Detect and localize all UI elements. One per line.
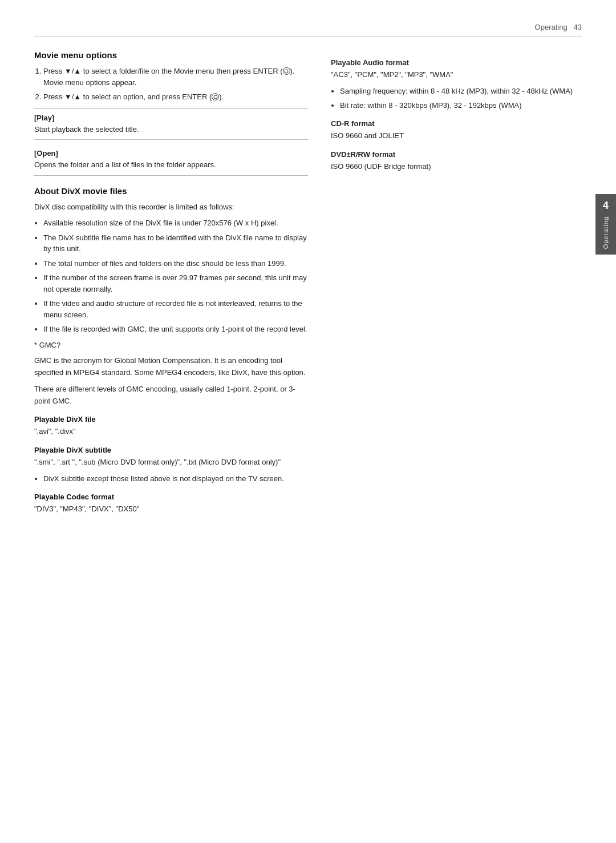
playable-divx-subtitle-label: Playable DivX subtitle bbox=[34, 446, 308, 454]
list-item: The total number of files and folders on… bbox=[43, 258, 308, 269]
list-item: Press ▼/▲ to select a folder/file on the… bbox=[43, 66, 308, 88]
dvd-value: ISO 9660 (UDF Bridge format) bbox=[331, 161, 582, 173]
playable-audio-value: "AC3", "PCM", "MP2", "MP3", "WMA" bbox=[331, 69, 582, 81]
playable-codec-value: "DIV3", "MP43", "DIVX", "DX50" bbox=[34, 503, 308, 515]
audio-bullets: Sampling frequency: within 8 - 48 kHz (M… bbox=[340, 86, 582, 111]
side-tab-label: Operating bbox=[602, 216, 609, 249]
dvd-label: DVD±R/RW format bbox=[331, 150, 582, 159]
divx-section: About DivX movie files DivX disc compati… bbox=[34, 186, 308, 515]
gmc-desc1: GMC is the acronym for Global Motion Com… bbox=[34, 355, 308, 379]
divx-bullets: Available resolution size of the DivX fi… bbox=[43, 217, 308, 335]
step-1-text: Press ▼/▲ to select a folder/file on the… bbox=[43, 67, 294, 87]
play-section: [Play] Start playback the selected title… bbox=[34, 108, 308, 140]
playable-divx-file-value: ".avi", ".divx" bbox=[34, 426, 308, 438]
list-item: Press ▼/▲ to select an option, and press… bbox=[43, 91, 308, 103]
page-header: Operating 43 bbox=[34, 23, 582, 37]
main-content: Movie menu options Press ▼/▲ to select a… bbox=[34, 50, 582, 519]
divx-intro: DivX disc compatibility with this record… bbox=[34, 201, 308, 213]
list-item: Available resolution size of the DivX fi… bbox=[43, 217, 308, 229]
header-operating-label: Operating bbox=[535, 23, 568, 31]
enter-icon-2 bbox=[212, 93, 219, 100]
play-desc: Start playback the selected title. bbox=[34, 124, 308, 135]
list-item: If the number of the screen frame is ove… bbox=[43, 272, 308, 295]
play-label: [Play] bbox=[34, 114, 308, 122]
divx-title: About DivX movie files bbox=[34, 186, 308, 196]
movie-menu-steps: Press ▼/▲ to select a folder/file on the… bbox=[43, 66, 308, 103]
list-item: Sampling frequency: within 8 - 48 kHz (M… bbox=[340, 86, 582, 97]
right-column: Playable Audio format "AC3", "PCM", "MP2… bbox=[331, 50, 582, 519]
open-section: [Open] Opens the folder and a list of fi… bbox=[34, 144, 308, 176]
playable-divx-subtitle-value: ".smi", ".srt ", ".sub (Micro DVD format… bbox=[34, 457, 308, 469]
open-label: [Open] bbox=[34, 149, 308, 158]
open-desc: Opens the folder and a list of files in … bbox=[34, 159, 308, 171]
cd-r-label: CD-R format bbox=[331, 119, 582, 128]
gmc-note: * GMC? bbox=[34, 340, 308, 351]
step-2-text: Press ▼/▲ to select an option, and press… bbox=[43, 92, 224, 101]
list-item: If the file is recorded with GMC, the un… bbox=[43, 324, 308, 335]
list-item: The DivX subtitle file name has to be id… bbox=[43, 232, 308, 255]
gmc-desc2: There are different levels of GMC encodi… bbox=[34, 384, 308, 408]
left-column: Movie menu options Press ▼/▲ to select a… bbox=[34, 50, 308, 519]
divx-subtitle-bullet: DivX subtitle except those listed above … bbox=[43, 473, 308, 485]
page-header-text: Operating 43 bbox=[535, 23, 582, 31]
cd-r-value: ISO 9660 and JOLIET bbox=[331, 130, 582, 142]
enter-icon-1 bbox=[283, 67, 290, 75]
side-tab: 4 Operating bbox=[595, 194, 616, 255]
playable-divx-file-label: Playable DivX file bbox=[34, 415, 308, 423]
list-item: Bit rate: within 8 - 320kbps (MP3), 32 -… bbox=[340, 100, 582, 111]
playable-audio-label: Playable Audio format bbox=[331, 58, 582, 67]
movie-menu-title: Movie menu options bbox=[34, 50, 308, 60]
list-item: If the video and audio structure of reco… bbox=[43, 298, 308, 320]
side-tab-number: 4 bbox=[603, 200, 609, 212]
page-container: Operating 43 4 Operating Movie menu opti… bbox=[0, 0, 616, 843]
header-page-number: 43 bbox=[574, 23, 582, 31]
list-item: DivX subtitle except those listed above … bbox=[43, 473, 308, 485]
movie-menu-section: Movie menu options Press ▼/▲ to select a… bbox=[34, 50, 308, 176]
playable-codec-label: Playable Codec format bbox=[34, 493, 308, 501]
